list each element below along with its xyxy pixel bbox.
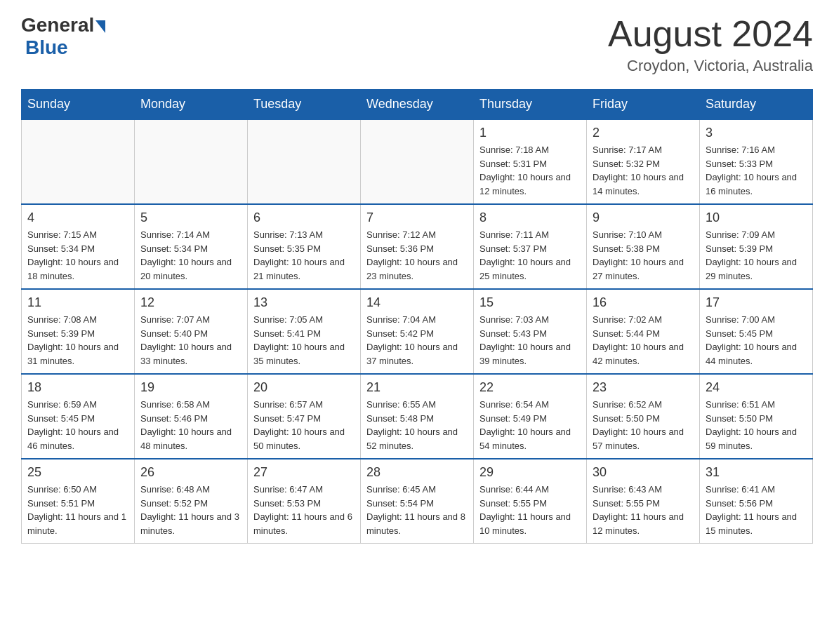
calendar-day-cell: 4Sunrise: 7:15 AMSunset: 5:34 PMDaylight… — [22, 204, 135, 289]
day-number: 6 — [253, 210, 355, 225]
calendar-day-cell: 17Sunrise: 7:00 AMSunset: 5:45 PMDayligh… — [700, 289, 813, 374]
day-info: Sunrise: 6:51 AMSunset: 5:50 PMDaylight:… — [706, 398, 807, 452]
day-info: Sunrise: 6:54 AMSunset: 5:49 PMDaylight:… — [479, 398, 581, 452]
day-number: 24 — [706, 380, 807, 395]
calendar-day-cell: 21Sunrise: 6:55 AMSunset: 5:48 PMDayligh… — [361, 374, 474, 459]
logo-arrow-icon — [95, 20, 105, 33]
calendar-day-cell: 15Sunrise: 7:03 AMSunset: 5:43 PMDayligh… — [474, 289, 587, 374]
day-number: 13 — [253, 295, 355, 310]
day-info: Sunrise: 7:15 AMSunset: 5:34 PMDaylight:… — [27, 228, 128, 283]
calendar-day-cell: 5Sunrise: 7:14 AMSunset: 5:34 PMDaylight… — [135, 204, 248, 289]
day-number: 10 — [706, 210, 807, 225]
day-number: 9 — [593, 210, 694, 225]
calendar-day-cell — [135, 119, 248, 204]
calendar-day-cell: 23Sunrise: 6:52 AMSunset: 5:50 PMDayligh… — [587, 374, 700, 459]
day-info: Sunrise: 6:55 AMSunset: 5:48 PMDaylight:… — [366, 398, 468, 452]
calendar-day-cell: 25Sunrise: 6:50 AMSunset: 5:51 PMDayligh… — [22, 459, 135, 544]
calendar-header-saturday: Saturday — [700, 90, 813, 120]
day-number: 5 — [140, 210, 241, 225]
calendar-header-row: SundayMondayTuesdayWednesdayThursdayFrid… — [22, 90, 813, 120]
calendar-day-cell: 31Sunrise: 6:41 AMSunset: 5:56 PMDayligh… — [700, 459, 813, 544]
day-number: 17 — [706, 295, 807, 310]
day-info: Sunrise: 7:03 AMSunset: 5:43 PMDaylight:… — [479, 313, 581, 368]
calendar-day-cell: 11Sunrise: 7:08 AMSunset: 5:39 PMDayligh… — [22, 289, 135, 374]
calendar-week-row: 4Sunrise: 7:15 AMSunset: 5:34 PMDaylight… — [22, 204, 813, 289]
calendar-day-cell: 18Sunrise: 6:59 AMSunset: 5:45 PMDayligh… — [22, 374, 135, 459]
day-number: 26 — [140, 465, 241, 480]
day-number: 18 — [27, 380, 128, 395]
calendar-day-cell: 14Sunrise: 7:04 AMSunset: 5:42 PMDayligh… — [361, 289, 474, 374]
calendar-table: SundayMondayTuesdayWednesdayThursdayFrid… — [21, 89, 813, 544]
calendar-day-cell: 6Sunrise: 7:13 AMSunset: 5:35 PMDaylight… — [248, 204, 361, 289]
calendar-day-cell: 30Sunrise: 6:43 AMSunset: 5:55 PMDayligh… — [587, 459, 700, 544]
day-info: Sunrise: 7:04 AMSunset: 5:42 PMDaylight:… — [366, 313, 468, 368]
calendar-day-cell — [22, 119, 135, 204]
calendar-day-cell: 26Sunrise: 6:48 AMSunset: 5:52 PMDayligh… — [135, 459, 248, 544]
day-number: 2 — [593, 126, 694, 140]
day-number: 3 — [706, 126, 807, 140]
day-info: Sunrise: 6:58 AMSunset: 5:46 PMDaylight:… — [140, 398, 241, 452]
calendar-week-row: 18Sunrise: 6:59 AMSunset: 5:45 PMDayligh… — [22, 374, 813, 459]
day-info: Sunrise: 7:08 AMSunset: 5:39 PMDaylight:… — [27, 313, 128, 368]
day-info: Sunrise: 6:52 AMSunset: 5:50 PMDaylight:… — [593, 398, 694, 452]
day-info: Sunrise: 7:12 AMSunset: 5:36 PMDaylight:… — [366, 228, 468, 283]
day-number: 15 — [479, 295, 581, 310]
calendar-day-cell: 10Sunrise: 7:09 AMSunset: 5:39 PMDayligh… — [700, 204, 813, 289]
calendar-week-row: 1Sunrise: 7:18 AMSunset: 5:31 PMDaylight… — [22, 119, 813, 204]
calendar-day-cell: 27Sunrise: 6:47 AMSunset: 5:53 PMDayligh… — [248, 459, 361, 544]
calendar-week-row: 11Sunrise: 7:08 AMSunset: 5:39 PMDayligh… — [22, 289, 813, 374]
day-number: 11 — [27, 295, 128, 310]
day-number: 7 — [366, 210, 468, 225]
calendar-day-cell: 3Sunrise: 7:16 AMSunset: 5:33 PMDaylight… — [700, 119, 813, 204]
day-number: 23 — [593, 380, 694, 395]
day-number: 22 — [479, 380, 581, 395]
day-info: Sunrise: 6:48 AMSunset: 5:52 PMDaylight:… — [140, 483, 241, 537]
day-info: Sunrise: 6:44 AMSunset: 5:55 PMDaylight:… — [479, 483, 581, 537]
day-number: 21 — [366, 380, 468, 395]
calendar-day-cell: 28Sunrise: 6:45 AMSunset: 5:54 PMDayligh… — [361, 459, 474, 544]
day-info: Sunrise: 6:45 AMSunset: 5:54 PMDaylight:… — [366, 483, 468, 537]
day-info: Sunrise: 6:50 AMSunset: 5:51 PMDaylight:… — [27, 483, 128, 537]
calendar-day-cell: 22Sunrise: 6:54 AMSunset: 5:49 PMDayligh… — [474, 374, 587, 459]
calendar-header-wednesday: Wednesday — [361, 90, 474, 120]
title-section: August 2024 Croydon, Victoria, Australia — [608, 14, 813, 75]
calendar-day-cell: 1Sunrise: 7:18 AMSunset: 5:31 PMDaylight… — [474, 119, 587, 204]
day-number: 12 — [140, 295, 241, 310]
day-info: Sunrise: 7:00 AMSunset: 5:45 PMDaylight:… — [706, 313, 807, 368]
day-info: Sunrise: 7:14 AMSunset: 5:34 PMDaylight:… — [140, 228, 241, 283]
day-info: Sunrise: 7:11 AMSunset: 5:37 PMDaylight:… — [479, 228, 581, 283]
logo: General Blue — [21, 14, 105, 59]
calendar-day-cell: 9Sunrise: 7:10 AMSunset: 5:38 PMDaylight… — [587, 204, 700, 289]
calendar-day-cell: 13Sunrise: 7:05 AMSunset: 5:41 PMDayligh… — [248, 289, 361, 374]
day-number: 28 — [366, 465, 468, 480]
day-info: Sunrise: 7:09 AMSunset: 5:39 PMDaylight:… — [706, 228, 807, 283]
day-number: 4 — [27, 210, 128, 225]
day-number: 29 — [479, 465, 581, 480]
day-info: Sunrise: 6:43 AMSunset: 5:55 PMDaylight:… — [593, 483, 694, 537]
day-info: Sunrise: 6:41 AMSunset: 5:56 PMDaylight:… — [706, 483, 807, 537]
calendar-day-cell: 16Sunrise: 7:02 AMSunset: 5:44 PMDayligh… — [587, 289, 700, 374]
logo-blue-text: Blue — [25, 36, 68, 59]
calendar-header-friday: Friday — [587, 90, 700, 120]
calendar-header-sunday: Sunday — [22, 90, 135, 120]
day-info: Sunrise: 7:18 AMSunset: 5:31 PMDaylight:… — [479, 143, 581, 198]
day-number: 27 — [253, 465, 355, 480]
day-number: 16 — [593, 295, 694, 310]
page-header: General Blue August 2024 Croydon, Victor… — [21, 14, 813, 75]
day-number: 14 — [366, 295, 468, 310]
day-number: 20 — [253, 380, 355, 395]
calendar-day-cell: 20Sunrise: 6:57 AMSunset: 5:47 PMDayligh… — [248, 374, 361, 459]
calendar-day-cell: 12Sunrise: 7:07 AMSunset: 5:40 PMDayligh… — [135, 289, 248, 374]
day-info: Sunrise: 7:16 AMSunset: 5:33 PMDaylight:… — [706, 143, 807, 198]
calendar-header-thursday: Thursday — [474, 90, 587, 120]
day-info: Sunrise: 6:57 AMSunset: 5:47 PMDaylight:… — [253, 398, 355, 452]
day-number: 31 — [706, 465, 807, 480]
month-title: August 2024 — [608, 14, 813, 54]
calendar-day-cell: 8Sunrise: 7:11 AMSunset: 5:37 PMDaylight… — [474, 204, 587, 289]
day-info: Sunrise: 7:02 AMSunset: 5:44 PMDaylight:… — [593, 313, 694, 368]
calendar-day-cell: 19Sunrise: 6:58 AMSunset: 5:46 PMDayligh… — [135, 374, 248, 459]
day-info: Sunrise: 7:10 AMSunset: 5:38 PMDaylight:… — [593, 228, 694, 283]
day-info: Sunrise: 7:13 AMSunset: 5:35 PMDaylight:… — [253, 228, 355, 283]
calendar-day-cell: 24Sunrise: 6:51 AMSunset: 5:50 PMDayligh… — [700, 374, 813, 459]
calendar-day-cell: 29Sunrise: 6:44 AMSunset: 5:55 PMDayligh… — [474, 459, 587, 544]
